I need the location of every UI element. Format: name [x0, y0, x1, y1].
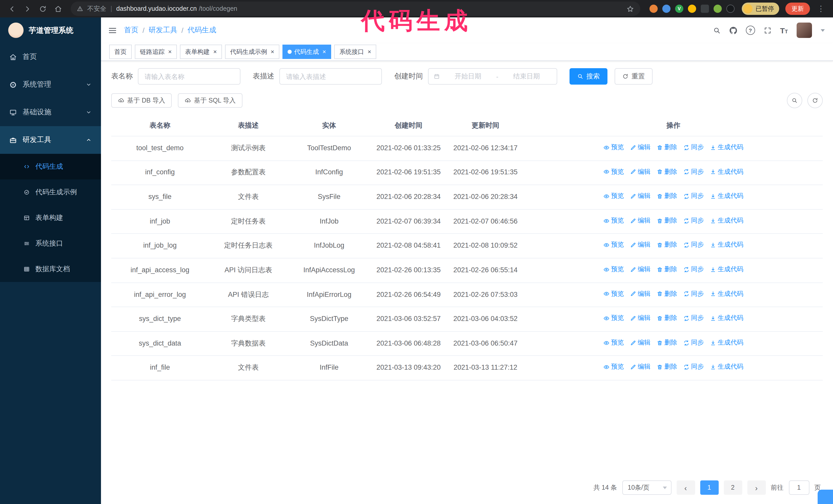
delete-link[interactable]: 删除	[657, 265, 677, 274]
sidebar-item-system[interactable]: 系统管理	[0, 71, 101, 98]
extension-icon[interactable]	[701, 5, 709, 13]
sync-link[interactable]: 同步	[683, 191, 704, 201]
font-size-icon[interactable]: TT	[780, 26, 788, 34]
next-page-button[interactable]: ›	[747, 480, 766, 495]
preview-link[interactable]: 预览	[603, 240, 624, 250]
search-button[interactable]: 搜索	[570, 68, 608, 85]
delete-link[interactable]: 删除	[657, 314, 677, 323]
delete-link[interactable]: 删除	[657, 338, 677, 348]
edit-link[interactable]: 编辑	[630, 240, 650, 250]
generate-code-link[interactable]: 生成代码	[710, 314, 743, 323]
sync-link[interactable]: 同步	[683, 289, 704, 299]
edit-link[interactable]: 编辑	[630, 338, 650, 348]
forward-icon[interactable]	[21, 2, 34, 16]
tab-form-builder[interactable]: 表单构建×	[180, 45, 222, 59]
extension-icon[interactable]	[662, 5, 670, 13]
edit-link[interactable]: 编辑	[630, 289, 650, 299]
date-range-picker[interactable]: 开始日期 - 结束日期	[428, 68, 557, 85]
tab-close-icon[interactable]: ×	[270, 49, 274, 55]
extension-icon[interactable]	[714, 5, 722, 13]
sidebar-item-infra[interactable]: 基础设施	[0, 98, 101, 126]
preview-link[interactable]: 预览	[603, 338, 624, 348]
preview-link[interactable]: 预览	[603, 216, 624, 226]
sidebar-item-codegen-example[interactable]: 代码生成示例	[0, 179, 101, 205]
browser-menu-icon[interactable]: ⋮	[814, 4, 828, 13]
sidebar-item-devtools[interactable]: 研发工具	[0, 126, 101, 154]
generate-code-link[interactable]: 生成代码	[710, 167, 743, 177]
sidebar-item-db-doc[interactable]: 数据库文档	[0, 256, 101, 282]
tab-close-icon[interactable]: ×	[322, 49, 326, 55]
preview-link[interactable]: 预览	[603, 265, 624, 274]
sync-link[interactable]: 同步	[683, 216, 704, 226]
edit-link[interactable]: 编辑	[630, 265, 650, 274]
reload-icon[interactable]	[36, 2, 49, 16]
preview-link[interactable]: 预览	[603, 167, 624, 177]
browser-update-button[interactable]: 更新	[785, 3, 810, 15]
generate-code-link[interactable]: 生成代码	[710, 240, 743, 250]
sync-link[interactable]: 同步	[683, 143, 704, 152]
delete-link[interactable]: 删除	[657, 240, 677, 250]
tab-close-icon[interactable]: ×	[212, 49, 217, 55]
sync-link[interactable]: 同步	[683, 240, 704, 250]
sync-link[interactable]: 同步	[683, 314, 704, 323]
toggle-search-button[interactable]	[787, 93, 802, 108]
import-db-button[interactable]: 基于 DB 导入	[111, 93, 172, 108]
delete-link[interactable]: 删除	[657, 216, 677, 226]
tab-tracing[interactable]: 链路追踪×	[135, 45, 177, 59]
edit-link[interactable]: 编辑	[630, 314, 650, 323]
sidebar-item-form-builder[interactable]: 表单构建	[0, 205, 101, 231]
sidebar-item-home[interactable]: 首页	[0, 43, 101, 71]
tab-system-api[interactable]: 系统接口×	[334, 45, 376, 59]
user-avatar[interactable]	[796, 23, 812, 38]
chevron-down-icon[interactable]	[821, 29, 825, 31]
generate-code-link[interactable]: 生成代码	[710, 191, 743, 201]
generate-code-link[interactable]: 生成代码	[710, 143, 743, 152]
sync-link[interactable]: 同步	[683, 362, 704, 372]
generate-code-link[interactable]: 生成代码	[710, 338, 743, 348]
page-size-select[interactable]: 10条/页	[622, 480, 671, 495]
address-bar[interactable]: 不安全 | dashboard.yudao.iocoder.cn/tool/co…	[71, 2, 640, 16]
hamburger-icon[interactable]	[101, 26, 121, 34]
github-icon[interactable]	[729, 26, 737, 34]
extension-icon[interactable]	[688, 5, 696, 13]
bookmark-star-icon[interactable]	[626, 5, 634, 13]
preview-link[interactable]: 预览	[603, 289, 624, 299]
tab-close-icon[interactable]: ×	[366, 49, 371, 55]
search-icon[interactable]	[713, 26, 720, 34]
sidebar-item-system-api[interactable]: 系统接口	[0, 231, 101, 256]
delete-link[interactable]: 删除	[657, 191, 677, 201]
tab-home[interactable]: 首页	[109, 45, 132, 59]
breadcrumb-item[interactable]: 研发工具	[149, 26, 177, 35]
goto-page-input[interactable]	[789, 480, 809, 495]
breadcrumb-item[interactable]: 代码生成	[188, 26, 216, 35]
delete-link[interactable]: 删除	[657, 289, 677, 299]
preview-link[interactable]: 预览	[603, 314, 624, 323]
help-icon[interactable]: ?	[745, 26, 755, 35]
table-name-input[interactable]	[138, 68, 240, 85]
generate-code-link[interactable]: 生成代码	[710, 216, 743, 226]
extensions-puzzle-icon[interactable]	[727, 5, 735, 13]
tab-codegen[interactable]: 代码生成×	[282, 45, 331, 59]
delete-link[interactable]: 删除	[657, 143, 677, 152]
extension-icon[interactable]	[649, 5, 658, 13]
fullscreen-icon[interactable]	[764, 26, 771, 34]
page-button-2[interactable]: 2	[723, 480, 742, 495]
preview-link[interactable]: 预览	[603, 143, 624, 152]
import-sql-button[interactable]: 基于 SQL 导入	[178, 93, 242, 108]
edit-link[interactable]: 编辑	[630, 216, 650, 226]
sync-link[interactable]: 同步	[683, 338, 704, 348]
edit-link[interactable]: 编辑	[630, 143, 650, 152]
page-button-1[interactable]: 1	[700, 480, 718, 495]
back-icon[interactable]	[5, 2, 19, 16]
floating-corner-button[interactable]	[818, 490, 833, 504]
table-desc-input[interactable]	[279, 68, 382, 85]
delete-link[interactable]: 删除	[657, 362, 677, 372]
edit-link[interactable]: 编辑	[630, 191, 650, 201]
profile-paused-chip[interactable]: 已暂停	[742, 3, 779, 15]
preview-link[interactable]: 预览	[603, 362, 624, 372]
sidebar-item-codegen[interactable]: 代码生成	[0, 154, 101, 179]
tab-codegen-example[interactable]: 代码生成示例×	[225, 45, 279, 59]
generate-code-link[interactable]: 生成代码	[710, 362, 743, 372]
sync-link[interactable]: 同步	[683, 265, 704, 274]
tab-close-icon[interactable]: ×	[167, 49, 172, 55]
